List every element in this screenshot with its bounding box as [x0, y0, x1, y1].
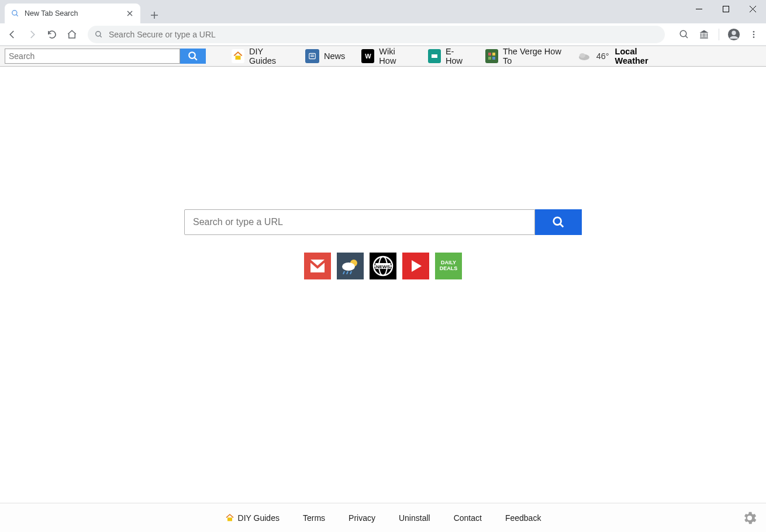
extension-toolbar: DIY Guides News W Wiki How E-How The Ver… — [0, 46, 766, 67]
svg-point-24 — [189, 52, 195, 58]
svg-line-38 — [560, 224, 564, 227]
svg-rect-33 — [488, 57, 491, 60]
play-icon — [408, 258, 423, 274]
tile-news[interactable]: NEWS — [370, 253, 396, 279]
center-search-button[interactable] — [535, 209, 582, 235]
new-tab-button[interactable] — [146, 7, 163, 23]
profile-icon[interactable] — [725, 26, 743, 43]
svg-rect-32 — [492, 53, 495, 56]
search-icon — [95, 30, 103, 39]
footer-link-label: Contact — [454, 513, 482, 523]
ext-search-button[interactable] — [180, 49, 206, 64]
tabstrip: New Tab Search — [0, 4, 163, 23]
tile-deals[interactable]: DAILYDEALS — [435, 253, 462, 279]
svg-point-23 — [753, 36, 755, 38]
svg-line-1 — [16, 15, 18, 16]
svg-line-45 — [347, 271, 348, 274]
footer-link-privacy[interactable]: Privacy — [349, 513, 375, 523]
home-button[interactable] — [63, 26, 81, 43]
svg-rect-31 — [488, 53, 491, 56]
menu-dots-icon[interactable] — [745, 26, 762, 43]
footer-link-label: Feedback — [505, 513, 541, 523]
tile-gmail[interactable] — [304, 253, 331, 279]
maximize-button[interactable] — [712, 0, 739, 18]
omnibox[interactable] — [88, 26, 665, 43]
weather-label: Local Weather — [615, 47, 668, 65]
ehow-icon — [428, 49, 441, 63]
svg-rect-53 — [227, 517, 232, 521]
ext-link-label: E-How — [446, 47, 469, 65]
center-search-input[interactable] — [184, 209, 535, 235]
ext-search-input[interactable] — [5, 49, 180, 64]
toolbar-right — [672, 26, 762, 43]
svg-rect-26 — [236, 56, 241, 60]
footer-link-feedback[interactable]: Feedback — [505, 513, 541, 523]
svg-point-0 — [12, 11, 17, 15]
svg-point-43 — [342, 262, 355, 271]
weather-widget[interactable]: 46° Local Weather — [578, 47, 668, 65]
ext-link-ehow[interactable]: E-How — [428, 47, 469, 65]
minimize-button[interactable] — [685, 0, 712, 18]
svg-marker-52 — [412, 260, 422, 272]
svg-point-12 — [680, 30, 686, 37]
ext-links: DIY Guides News W Wiki How E-How The Ver… — [232, 47, 567, 65]
footer-link-contact[interactable]: Contact — [454, 513, 482, 523]
svg-line-46 — [350, 271, 351, 274]
browser-tab[interactable]: New Tab Search — [5, 4, 140, 23]
museum-icon[interactable] — [695, 26, 713, 43]
footer-link-uninstall[interactable]: Uninstall — [399, 513, 430, 523]
ext-link-label: DIY Guides — [249, 47, 289, 65]
omnibox-input[interactable] — [109, 30, 658, 39]
ext-link-label: The Verge How To — [503, 47, 567, 65]
deals-label: DAILYDEALS — [440, 260, 458, 272]
tab-close-icon[interactable] — [125, 9, 134, 18]
footer-link-label: DIY Guides — [238, 513, 280, 523]
svg-point-36 — [579, 53, 585, 58]
ext-link-label: Wiki How — [379, 47, 412, 65]
ext-link-label: News — [324, 51, 345, 61]
svg-point-22 — [753, 33, 755, 35]
globe-news-icon: NEWS — [372, 255, 394, 277]
svg-text:NEWS: NEWS — [376, 264, 391, 270]
svg-point-37 — [554, 217, 561, 225]
tab-title: New Tab Search — [25, 9, 78, 18]
svg-line-44 — [343, 271, 344, 274]
footer-link-terms[interactable]: Terms — [303, 513, 325, 523]
gmail-icon — [309, 260, 326, 272]
footer-link-diy[interactable]: DIY Guides — [225, 513, 280, 523]
separator — [719, 29, 719, 40]
svg-rect-17 — [705, 33, 706, 37]
tile-weather[interactable] — [337, 253, 364, 279]
footer-link-label: Uninstall — [399, 513, 430, 523]
search-favicon-icon — [11, 9, 20, 18]
zoom-icon[interactable] — [675, 26, 693, 43]
close-window-button[interactable] — [739, 0, 766, 18]
svg-point-10 — [96, 31, 101, 36]
back-button[interactable] — [4, 26, 21, 43]
window-controls — [685, 0, 766, 18]
titlebar: New Tab Search — [0, 0, 766, 23]
ext-search-wrap — [5, 49, 206, 64]
ext-link-diy[interactable]: DIY Guides — [232, 47, 289, 65]
ext-link-news[interactable]: News — [305, 49, 345, 63]
cloud-icon — [578, 51, 591, 61]
footer-link-label: Terms — [303, 513, 325, 523]
center-search — [184, 209, 582, 235]
forward-button[interactable] — [23, 26, 41, 43]
svg-point-20 — [732, 30, 736, 34]
wikipedia-icon: W — [361, 49, 374, 63]
weather-temp: 46° — [596, 51, 609, 61]
svg-rect-18 — [707, 33, 708, 37]
reload-button[interactable] — [43, 26, 61, 43]
house-icon — [232, 49, 244, 63]
svg-rect-14 — [700, 37, 708, 39]
svg-rect-7 — [723, 6, 729, 12]
ext-link-wikihow[interactable]: W Wiki How — [361, 47, 412, 65]
settings-gear-icon[interactable] — [740, 509, 759, 527]
svg-rect-34 — [492, 57, 495, 60]
weather-icon — [340, 257, 361, 275]
ext-link-verge[interactable]: The Verge How To — [485, 47, 567, 65]
tile-youtube[interactable] — [402, 253, 429, 279]
center-search-wrap: NEWS DAILYDEALS — [184, 209, 582, 279]
footer-link-label: Privacy — [349, 513, 375, 523]
